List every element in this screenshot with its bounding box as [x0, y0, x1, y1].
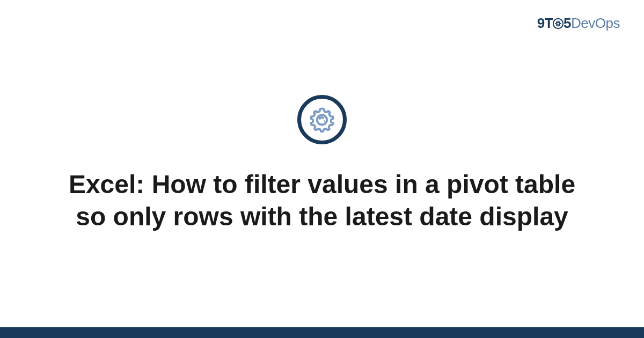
svg-point-3: [324, 120, 325, 122]
gear-icon-badge: [297, 95, 347, 144]
main-content: Excel: How to filter values in a pivot t…: [0, 0, 644, 338]
svg-point-0: [553, 19, 563, 28]
gear-icon: [308, 106, 336, 134]
logo-text-prefix: 9T: [537, 15, 553, 31]
site-logo: 9T 5DevOps: [537, 15, 620, 33]
footer-bar: [0, 327, 644, 338]
logo-gear-icon: [552, 17, 564, 33]
logo-text-middle: 5: [564, 15, 571, 31]
svg-point-1: [557, 22, 560, 25]
logo-text-suffix: DevOps: [571, 15, 620, 31]
article-title: Excel: How to filter values in a pivot t…: [67, 168, 577, 233]
